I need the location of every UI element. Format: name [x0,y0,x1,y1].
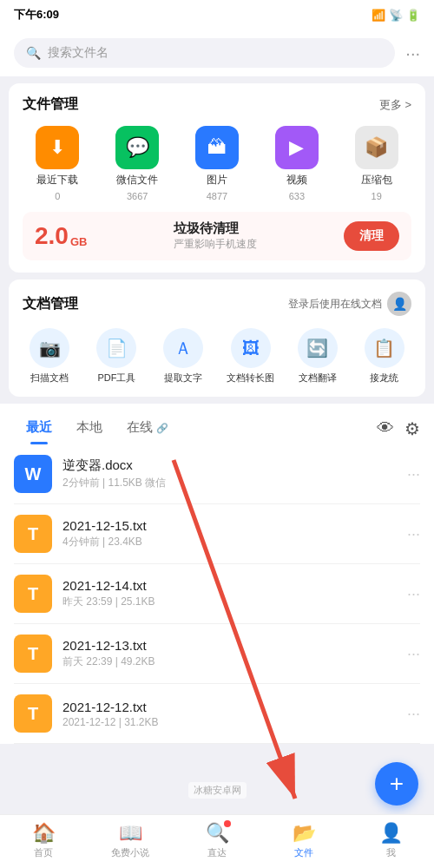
file-name-file1: 逆变器.docx [62,457,397,474]
doc-tool-icon-scan-doc: 📷 [30,328,69,368]
file-more-file2[interactable]: ··· [407,525,420,543]
nav-zhida[interactable]: 🔍 直达 [174,822,260,859]
cleanup-button[interactable]: 清理 [344,221,399,251]
doc-tool-extract-text[interactable]: Ａ 提取文字 [156,328,211,385]
doc-tool-label-doc-translate: 文档翻译 [299,372,337,385]
file-icon-videos[interactable]: ▶ 视频 633 [262,126,332,201]
doc-tool-label-scan-doc: 扫描文档 [30,372,69,385]
nav-profile[interactable]: 👤 我 [347,822,434,859]
file-more-file4[interactable]: ··· [407,645,420,663]
icon-count-wechat-files: 3667 [127,191,148,201]
tab-local[interactable]: 本地 [64,412,115,444]
doc-tool-scan-doc[interactable]: 📷 扫描文档 [23,328,77,385]
file-meta-file3: 昨天 23:59 | 25.1KB [62,595,397,609]
icon-label-archives: 压缩包 [361,173,392,187]
tab-actions: 👁 ⚙ [377,418,420,439]
doc-tool-pdf-tool[interactable]: 📄 PDF工具 [89,328,144,385]
file-info-file5: 2021-12-12.txt 2021-12-12 | 31.2KB [62,700,397,728]
nav-files-label: 文件 [294,846,313,859]
icon-circle-wechat-files: 💬 [115,126,159,169]
filter-icon[interactable]: ⚙ [404,418,420,439]
doc-tool-doc-to-image[interactable]: 🖼 文档转长图 [223,328,278,385]
file-item-file3[interactable]: T 2021-12-14.txt 昨天 23:59 | 25.1KB ··· [14,564,420,624]
doc-tool-icon-pdf-tool: 📄 [96,328,136,368]
watermark: 冰糖安卓网 [0,782,434,799]
file-icon-symbol-file4: T [28,644,38,664]
file-info-file3: 2021-12-14.txt 昨天 23:59 | 25.1KB [62,578,397,609]
doc-login-hint: 登录后使用在线文档 [288,297,382,312]
icon-count-images: 4877 [207,191,227,201]
doc-tool-icon-doc-to-image: 🖼 [231,328,271,368]
battery-icon: 🔋 [406,9,420,22]
file-meta-file1: 2分钟前 | 11.5KB 微信 [62,476,397,490]
watermark-text: 冰糖安卓网 [188,782,247,799]
icon-circle-videos: ▶ [275,126,319,169]
file-item-file2[interactable]: T 2021-12-15.txt 4分钟前 | 23.4KB ··· [14,504,420,564]
file-meta-file5: 2021-12-12 | 31.2KB [62,716,397,728]
icon-count-videos: 633 [289,191,305,201]
bottom-nav: 🏠 首页 📖 免费小说 🔍 直达 📂 文件 👤 我 [0,814,434,868]
status-bar: 下午6:09 📶 📡 🔋 [0,0,434,30]
file-icon-recent-download[interactable]: ⬇ 最近下载 0 [23,126,93,201]
cleanup-title: 垃圾待清理 [174,220,257,237]
file-info-file4: 2021-12-13.txt 前天 22:39 | 49.2KB [62,638,397,669]
file-name-file3: 2021-12-14.txt [62,578,397,593]
file-icon-box-file3: T [14,575,52,613]
file-management-more[interactable]: 更多 > [379,97,411,113]
file-meta-file4: 前天 22:39 | 49.2KB [62,654,397,669]
file-info-file1: 逆变器.docx 2分钟前 | 11.5KB 微信 [62,457,397,490]
file-icon-box-file2: T [14,515,52,553]
file-icon-archives[interactable]: 📦 压缩包 19 [341,126,411,201]
file-management-header: 文件管理 更多 > [23,95,411,114]
file-meta-file2: 4分钟前 | 23.4KB [62,535,397,549]
tab-online[interactable]: 在线 🔗 [115,412,181,444]
cleanup-size-block: 2.0 GB [35,224,87,248]
file-more-file1[interactable]: ··· [407,465,420,483]
file-item-file5[interactable]: T 2021-12-12.txt 2021-12-12 | 31.2KB ··· [14,684,420,744]
search-placeholder: 搜索文件名 [48,45,108,61]
profile-icon: 👤 [379,822,403,845]
novel-icon: 📖 [119,822,142,845]
eye-icon[interactable]: 👁 [377,418,394,438]
file-item-file4[interactable]: T 2021-12-13.txt 前天 22:39 | 49.2KB ··· [14,624,420,684]
file-more-file5[interactable]: ··· [407,705,420,723]
file-management-title: 文件管理 [23,95,78,114]
doc-management-header: 文档管理 登录后使用在线文档 👤 [23,292,411,316]
wifi-icon: 📶 [372,9,385,22]
file-item-file1[interactable]: W 逆变器.docx 2分钟前 | 11.5KB 微信 ··· [14,444,420,504]
doc-login-row[interactable]: 登录后使用在线文档 👤 [288,292,411,316]
file-icon-box-file1: W [14,455,52,493]
icon-label-recent-download: 最近下载 [36,173,78,187]
file-icon-images[interactable]: 🏔 图片 4877 [182,126,253,201]
tab-recent[interactable]: 最近 [14,412,64,444]
file-icon-symbol-file1: W [25,464,42,484]
doc-tool-icon-jie-long: 📋 [365,328,404,368]
tabs-section: 最近 本地 在线 🔗 👁 ⚙ W 逆变器.docx 2分钟前 | 11.5KB … [0,404,434,744]
cleanup-desc: 严重影响手机速度 [174,237,257,252]
nav-novel[interactable]: 📖 免费小说 [87,822,174,859]
doc-tool-label-extract-text: 提取文字 [164,372,202,385]
icon-label-wechat-files: 微信文件 [116,173,158,187]
home-icon: 🏠 [32,822,56,845]
doc-management-title: 文档管理 [23,295,78,313]
doc-tool-icon-doc-translate: 🔄 [298,328,338,368]
icon-circle-images: 🏔 [195,126,239,169]
file-icon-symbol-file2: T [28,524,38,544]
file-icon-symbol-file3: T [28,584,38,604]
nav-files[interactable]: 📂 文件 [260,822,347,859]
avatar: 👤 [387,292,411,316]
file-list: W 逆变器.docx 2分钟前 | 11.5KB 微信 ··· T 2021-1… [0,444,434,744]
file-icon-wechat-files[interactable]: 💬 微信文件 3667 [102,126,173,201]
cleanup-banner: 2.0 GB 垃圾待清理 严重影响手机速度 清理 [23,212,411,260]
fab-add-button[interactable]: + [375,762,418,806]
search-more-button[interactable]: ··· [405,43,420,63]
files-icon: 📂 [293,822,316,845]
file-name-file4: 2021-12-13.txt [62,638,397,653]
doc-tool-doc-translate[interactable]: 🔄 文档翻译 [290,328,345,385]
nav-home-label: 首页 [34,846,53,859]
search-bar: 🔍 搜索文件名 ··· [0,30,434,76]
nav-home[interactable]: 🏠 首页 [0,822,87,859]
doc-tool-jie-long[interactable]: 📋 接龙统 [357,328,411,385]
search-input-wrap[interactable]: 🔍 搜索文件名 [14,38,395,68]
file-more-file3[interactable]: ··· [407,585,420,603]
